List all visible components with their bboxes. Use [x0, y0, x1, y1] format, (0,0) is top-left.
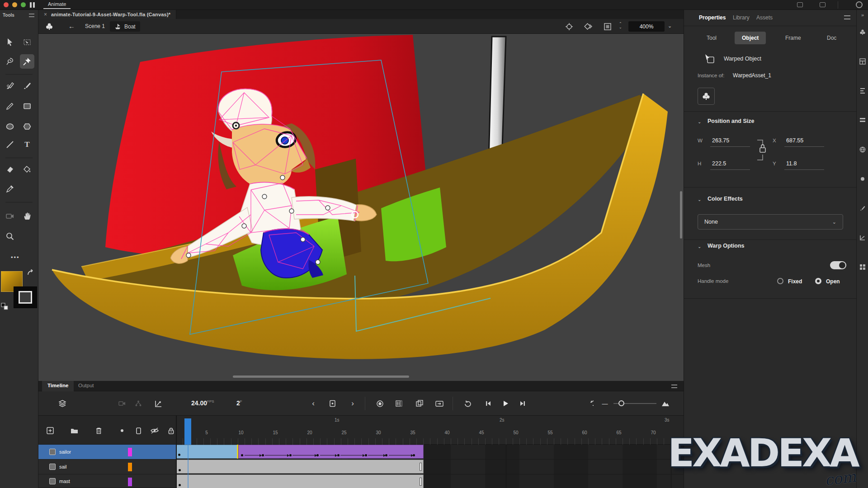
- tab-output[interactable]: Output: [78, 383, 94, 388]
- window-restore-icon[interactable]: [797, 2, 803, 7]
- app-home-icon[interactable]: [33, 2, 35, 8]
- subtab-doc[interactable]: Doc: [820, 32, 844, 44]
- zoom-level-input[interactable]: 400%: [628, 21, 665, 32]
- new-folder-button[interactable]: [69, 426, 79, 436]
- frame-zoom-slider-knob[interactable]: [618, 400, 624, 406]
- ruler-ticks[interactable]: [176, 438, 684, 445]
- color-effects-header[interactable]: Color Effects: [708, 196, 743, 202]
- classic-brush-tool[interactable]: [20, 79, 34, 93]
- subtab-object[interactable]: Object: [735, 32, 766, 44]
- layer-color-swatch[interactable]: [128, 463, 132, 471]
- hide-column-icon[interactable]: [150, 426, 160, 436]
- play-button[interactable]: [500, 398, 511, 409]
- x-value[interactable]: 687.55: [786, 137, 803, 144]
- w-value[interactable]: 263.75: [712, 137, 729, 144]
- breadcrumb-scene[interactable]: Scene 1: [85, 23, 105, 29]
- layer-row-sail[interactable]: sail: [38, 460, 176, 474]
- insert-keyframe-button[interactable]: [327, 398, 339, 409]
- selection-tool[interactable]: [3, 35, 17, 49]
- vertical-scrollbar[interactable]: [680, 191, 682, 239]
- zoom-tool[interactable]: [3, 229, 17, 244]
- rotate-stage-icon[interactable]: [584, 23, 593, 31]
- prev-keyframe-button[interactable]: ‹: [307, 398, 319, 409]
- mesh-toggle[interactable]: [830, 261, 846, 269]
- close-document-icon[interactable]: ×: [44, 11, 47, 18]
- onion-skin-outline-button[interactable]: [394, 398, 406, 409]
- color-effects-dropdown[interactable]: None ⌄: [698, 214, 843, 230]
- polystar-tool[interactable]: [20, 119, 34, 134]
- tab-library[interactable]: Library: [733, 14, 750, 21]
- y-value[interactable]: 11.8: [786, 160, 797, 167]
- mast-static-span[interactable]: [176, 474, 424, 488]
- sailor-tween-span[interactable]: [238, 445, 424, 459]
- rectangle-tool[interactable]: [20, 99, 34, 113]
- hierarchy-icon[interactable]: [132, 398, 144, 409]
- link-wh-icon[interactable]: [755, 138, 767, 162]
- eraser-tool[interactable]: [3, 162, 17, 177]
- more-tools-button[interactable]: •••: [11, 254, 20, 261]
- dock-align-icon[interactable]: [859, 87, 867, 95]
- hand-tool[interactable]: [20, 209, 34, 223]
- line-tool[interactable]: [3, 137, 17, 152]
- collapse-chevron-icon[interactable]: ⌄: [698, 197, 701, 202]
- lasso-tool[interactable]: [3, 54, 17, 69]
- dock-brush-icon[interactable]: [859, 204, 867, 212]
- clip-frames-button[interactable]: [434, 398, 445, 409]
- edit-multiple-frames-button[interactable]: [414, 398, 425, 409]
- dock-libraries-icon[interactable]: [859, 145, 867, 154]
- layer-row-mast[interactable]: mast: [38, 474, 176, 488]
- dock-list-icon[interactable]: [859, 116, 867, 124]
- layer-color-swatch[interactable]: [128, 478, 132, 486]
- paint-bucket-tool[interactable]: [20, 162, 34, 177]
- collapse-chevron-icon[interactable]: ⌄: [698, 119, 701, 124]
- properties-panel-menu-icon[interactable]: [844, 15, 850, 19]
- graph-editor-icon[interactable]: [152, 398, 164, 409]
- dock-graph-icon[interactable]: [859, 234, 867, 242]
- handle-mode-open-radio[interactable]: [815, 278, 821, 284]
- mac-zoom-button[interactable]: [21, 2, 26, 7]
- delete-layer-button[interactable]: [94, 426, 104, 436]
- step-forward-button[interactable]: [517, 398, 528, 409]
- collapse-chevron-icon[interactable]: ⌄: [698, 244, 701, 249]
- layer-row-sailor[interactable]: sailor: [38, 445, 176, 460]
- position-size-header[interactable]: Position and Size: [708, 118, 755, 124]
- swap-colors-icon[interactable]: [26, 268, 35, 277]
- oval-tool[interactable]: [3, 119, 17, 134]
- subtab-tool[interactable]: Tool: [699, 32, 724, 44]
- sailor-pose-span[interactable]: [176, 445, 238, 459]
- next-keyframe-button[interactable]: ›: [347, 398, 359, 409]
- highlight-column-icon[interactable]: [117, 426, 127, 436]
- stage-canvas[interactable]: [38, 34, 684, 381]
- timeline-panel-menu-icon[interactable]: [671, 385, 677, 388]
- h-value[interactable]: 222.5: [712, 160, 726, 167]
- window-maximize-icon[interactable]: [820, 2, 826, 7]
- dock-asset-warp-icon[interactable]: [859, 28, 867, 36]
- tab-properties[interactable]: Properties: [699, 14, 726, 21]
- fluid-brush-tool[interactable]: [3, 79, 17, 93]
- dock-dot-icon[interactable]: [859, 175, 867, 183]
- lock-column-icon[interactable]: [166, 426, 176, 436]
- playhead[interactable]: [184, 418, 191, 445]
- zoom-dropdown-icon[interactable]: ⌄: [668, 23, 672, 29]
- expand-panels-icon[interactable]: »: [859, 11, 867, 19]
- frame-grid[interactable]: [176, 445, 684, 488]
- warped-asset-button[interactable]: [698, 88, 715, 105]
- current-frame-value[interactable]: 2F: [236, 399, 242, 407]
- outline-column-icon[interactable]: [133, 426, 143, 436]
- handle-mode-fixed-radio[interactable]: [777, 278, 783, 284]
- center-stage-icon[interactable]: [565, 23, 573, 31]
- text-tool[interactable]: T: [20, 137, 34, 152]
- new-layer-button[interactable]: [45, 426, 55, 436]
- clip-content-icon[interactable]: [604, 23, 612, 31]
- breadcrumb-symbol-chip[interactable]: Boat: [110, 21, 140, 32]
- tab-assets[interactable]: Assets: [756, 14, 773, 21]
- zoom-stepper[interactable]: ⌃ ⌄: [619, 23, 622, 29]
- default-colors-icon[interactable]: [1, 303, 8, 310]
- zoom-out-frames-icon[interactable]: —: [599, 398, 611, 409]
- reset-timeline-zoom-button[interactable]: [584, 398, 595, 409]
- layer-color-swatch[interactable]: [128, 448, 132, 456]
- camera-tool[interactable]: [3, 209, 17, 223]
- sail-static-span[interactable]: [176, 460, 424, 474]
- handle-mode-open-label[interactable]: Open: [826, 278, 840, 285]
- app-home-icon[interactable]: [30, 2, 32, 8]
